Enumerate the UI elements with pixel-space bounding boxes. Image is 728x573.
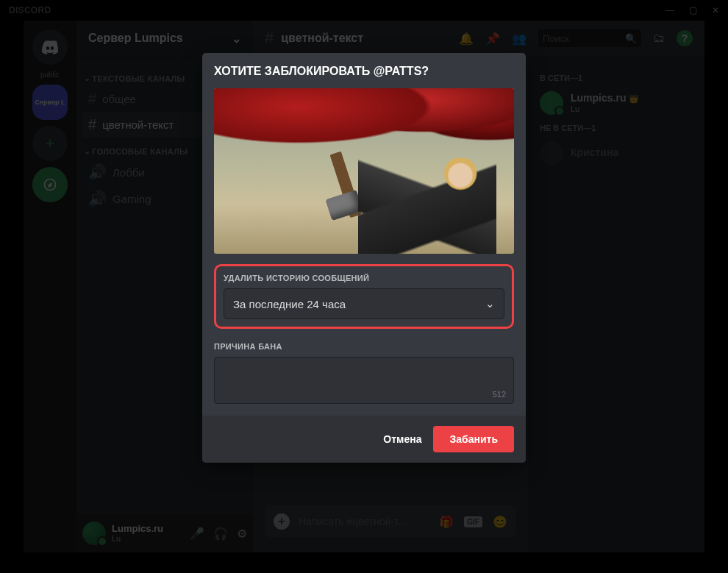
ban-modal: ХОТИТЕ ЗАБЛОКИРОВАТЬ @PATTS? УДАЛИТЬ ИСТ…	[202, 53, 526, 463]
chevron-down-icon: ⌄	[485, 297, 495, 310]
modal-footer: Отмена Забанить	[202, 416, 526, 463]
delete-history-dropdown[interactable]: За последние 24 часа ⌄	[224, 288, 504, 319]
delete-history-label: УДАЛИТЬ ИСТОРИЮ СООБЩЕНИЙ	[224, 274, 504, 282]
modal-title: ХОТИТЕ ЗАБЛОКИРОВАТЬ @PATTS?	[214, 65, 514, 78]
ban-reason-textarea[interactable]: 512	[214, 357, 514, 404]
char-counter: 512	[493, 390, 506, 399]
ban-button[interactable]: Забанить	[433, 426, 514, 452]
ban-animation-gif	[214, 88, 514, 254]
dropdown-selected-value: За последние 24 часа	[233, 298, 346, 310]
cancel-button[interactable]: Отмена	[383, 433, 421, 445]
ban-reason-label: ПРИЧИНА БАНА	[214, 342, 514, 351]
delete-history-section-highlight: УДАЛИТЬ ИСТОРИЮ СООБЩЕНИЙ За последние 2…	[214, 264, 514, 329]
modal-overlay[interactable]: ХОТИТЕ ЗАБЛОКИРОВАТЬ @PATTS? УДАЛИТЬ ИСТ…	[0, 0, 728, 573]
